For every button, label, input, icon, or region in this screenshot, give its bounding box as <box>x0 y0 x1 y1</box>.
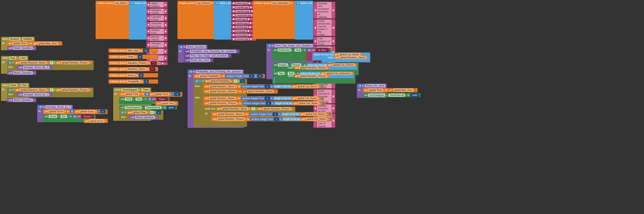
list-item[interactable]: ✱tesla.jpg✱ <box>232 29 256 33</box>
call-reset-q-timer[interactable]: call Reset_Question▾ <box>129 115 158 120</box>
label: initialize global <box>254 2 270 4</box>
list-item[interactable]: ✱First Emperor of Rome✱ <box>314 37 335 45</box>
init-random-picture[interactable]: initialize global Random_Picture to " " <box>108 61 158 65</box>
init-max-time[interactable]: initialize global Max_time to 10 <box>108 48 158 53</box>
set-rp-while[interactable]: set global Random_Picture▾ to random int… <box>211 117 333 121</box>
gear-icon[interactable]: ⚙ <box>308 49 311 52</box>
set-rp-then[interactable]: set global Random_Picture▾ to get global… <box>204 89 278 94</box>
gear-icon[interactable]: ⚙ <box>296 2 300 5</box>
set-rn-then[interactable]: set global Random_Name▾ to random intege… <box>204 84 324 89</box>
set-rn-while[interactable]: set global Random_Name▾ to random intege… <box>211 112 332 116</box>
gear-icon[interactable]: ⚙ <box>358 84 362 88</box>
make-list-picture[interactable]: ⚙ make a list <box>214 1 231 40</box>
var: global Random_Name <box>20 61 46 64</box>
label: when <box>2 57 8 59</box>
gear-icon[interactable]: ⚙ <box>215 2 218 5</box>
label: initialize global <box>97 2 113 4</box>
set-global-time[interactable]: set global Time▾ to get global Max_time▾ <box>7 41 62 45</box>
set-time-dec[interactable]: set global Time▾ to ⚙ get global Time▾ +… <box>119 92 182 97</box>
label: call <box>130 116 134 119</box>
list-item[interactable]: ✱Augustus Caesar✱ <box>146 15 168 21</box>
list-item[interactable]: ✱lincoln.jpg✱ <box>232 25 256 29</box>
set-gprob[interactable]: set global Probability▾ to random intege… <box>194 74 265 78</box>
set-rn-else[interactable]: set global Random_Name▾ to random intege… <box>204 96 324 100</box>
label: length of list list <box>282 113 299 116</box>
label: then <box>195 85 200 88</box>
list-item[interactable]: ✱Barrack Obama✱ <box>146 35 168 41</box>
init-score[interactable]: initialize global Score to 0 <box>108 73 158 77</box>
number: 1000 <box>167 106 176 109</box>
gear-icon[interactable]: ⚙ <box>8 61 12 65</box>
list-item[interactable]: ✱Alexander.jpg✱ <box>232 13 256 17</box>
list-item[interactable]: ✱Albert Einstein✱ <box>146 2 168 8</box>
call-c[interactable]: call Reset_the_clock▾ <box>184 58 214 62</box>
make-list-instruction[interactable]: ⚙ make a list <box>295 1 313 40</box>
call-increase-score-2[interactable]: call Increase_Score_by_1▾ <box>17 93 52 97</box>
set-rp-else[interactable]: set global Random_Picture▾ to random int… <box>204 101 325 105</box>
make-list-name[interactable]: ⚙ make a list <box>129 1 146 40</box>
gear-icon[interactable]: ⚙ <box>73 115 76 118</box>
label: call <box>18 66 22 69</box>
list-item[interactable]: ✱Indian activist who was the leader of t… <box>314 19 335 36</box>
label: set <box>44 110 48 113</box>
gear-icon[interactable]: ⚙ <box>146 93 149 96</box>
call-b[interactable]: call Print_Tips_Image_and_Question▾ <box>184 54 232 58</box>
component: ClockSupport <box>125 106 142 109</box>
set-tips-text[interactable]: set Tips▾. Text▾ to select list item lis… <box>272 71 356 84</box>
set-interval-reset[interactable]: set ClockSupport▾. TimerInterval▾ to 100… <box>363 93 420 97</box>
call-a[interactable]: call Probability_and_Choosing_the_questi… <box>184 49 240 53</box>
list-item[interactable]: ✱putin.jpg✱ <box>232 17 256 21</box>
gear-icon[interactable]: ⚙ <box>180 45 182 49</box>
list-item[interactable]: ✱Abraham Lincoln✱ <box>146 42 168 48</box>
label: get <box>295 66 298 69</box>
list-item[interactable]: ✱Scientist who developed the theory of r… <box>314 2 335 18</box>
literal: Score: <box>84 115 91 118</box>
label: set <box>195 75 198 77</box>
init-probability[interactable]: initialize global Probability to 0 <box>108 79 158 84</box>
gear-icon[interactable]: ⚙ <box>130 2 134 5</box>
help-icon[interactable]: ? <box>198 80 202 83</box>
set-global-score[interactable]: set global Score▾ to ⚙ get global Score▾… <box>43 109 108 114</box>
label: index <box>328 56 334 59</box>
gear-icon[interactable]: ⚙ <box>8 89 12 92</box>
list-item[interactable]: ✱Agustus.jpg✱ <box>232 10 256 13</box>
init-time[interactable]: initialize global Time to 0 <box>108 55 158 59</box>
get-global-score[interactable]: get global Score▾ <box>84 119 108 123</box>
set-gtime-reset[interactable]: set global Time▾ to get global Max_time▾ <box>363 88 418 92</box>
init-global-list-name[interactable]: initialize global List_Name to <box>96 1 130 39</box>
init-global-list-instruction[interactable]: initialize global List_Instruction to <box>253 1 295 39</box>
call-reset-question[interactable]: call Reset_Question▾ <box>7 46 36 50</box>
list-item[interactable]: ✱Alexander the Great✱ <box>146 22 168 28</box>
list-item[interactable]: ✱obama.jpg✱ <box>232 21 256 25</box>
gear-icon[interactable]: ⚙ <box>70 110 74 113</box>
list-item[interactable]: ✱albert.jpg✱ <box>232 2 256 5</box>
gear-icon[interactable]: ⚙ <box>121 111 124 114</box>
list-item[interactable]: ✱Mahatma Gandhi✱ <box>146 8 168 14</box>
gear-icon[interactable]: ⚙ <box>148 98 152 101</box>
var: Random_Picture <box>127 61 147 65</box>
gear-icon[interactable]: ⚙ <box>39 106 42 109</box>
gear-icon[interactable]: ⚙ <box>268 44 271 47</box>
gear-icon[interactable]: ⚙ <box>189 70 192 73</box>
call-reset-question-3[interactable]: call Reset_Question▾ <box>7 98 36 102</box>
var: global Random_Picture <box>61 88 89 92</box>
list-item[interactable]: ✱trump.jpg✱ <box>232 33 256 37</box>
number: 1 <box>156 111 161 114</box>
get-gtime[interactable]: get global Time▾ <box>155 101 178 105</box>
list-item[interactable]: ✱Vladimir Putin✱ <box>146 28 168 34</box>
gear-icon[interactable]: ⚙ <box>195 80 198 83</box>
label: random integer from <box>251 118 273 120</box>
list-item[interactable]: ✱Gandhi.jpg✱ <box>232 6 256 9</box>
call-reset-question-2[interactable]: call Reset_Question▾ <box>7 71 36 75</box>
init-random-name[interactable]: initialize global Random_Name to " " <box>108 67 158 71</box>
var: Time <box>127 55 134 58</box>
list-item[interactable]: ✱newton.jpg✱ <box>232 37 256 40</box>
init-global-list-picture[interactable]: initialize global List_Picture to <box>178 1 214 39</box>
proc: Reset_Question <box>13 71 33 74</box>
var-name: List_Instruction <box>271 1 290 5</box>
list-item[interactable]: ✱Current President of USA✱ <box>314 104 335 113</box>
set-interval[interactable]: set ClockSupport▾. TimerInterval▾ to 100… <box>119 105 177 110</box>
var: Max_time <box>127 49 140 52</box>
call-increase-score[interactable]: call Increase_Score_By_1▾ <box>17 65 52 69</box>
component: Screen1 <box>9 37 20 40</box>
